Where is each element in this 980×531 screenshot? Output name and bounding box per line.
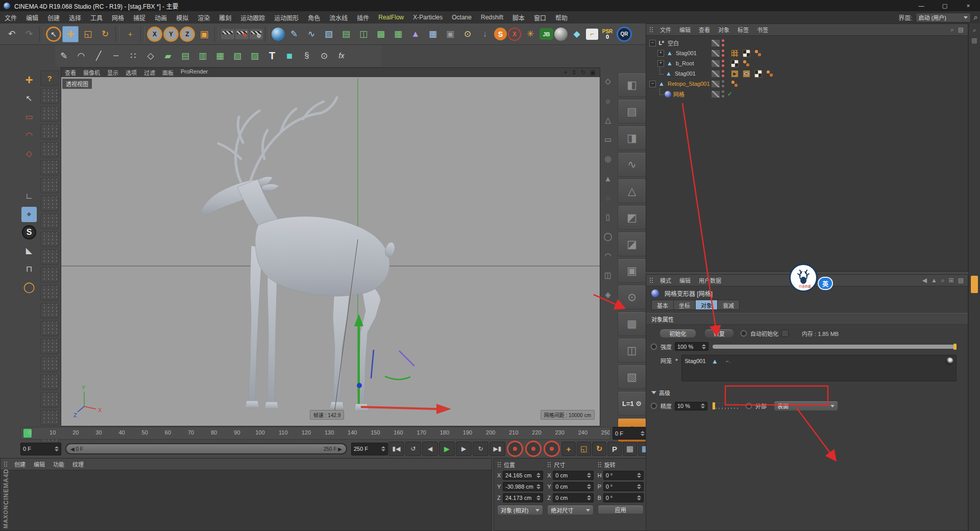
- selection-cursor-button[interactable]: ↖: [21, 90, 37, 106]
- coords-field-尺寸-Z[interactable]: 0 cm: [553, 493, 593, 502]
- coords-field-位置-X[interactable]: 24.165 cm: [503, 471, 543, 480]
- wire-cube-icon[interactable]: ◇: [601, 71, 615, 91]
- stepper-icon[interactable]: [534, 484, 541, 489]
- stepper-icon[interactable]: [635, 495, 641, 500]
- menu-编辑[interactable]: 编辑: [21, 13, 43, 22]
- collapse-icon[interactable]: −: [649, 81, 656, 87]
- array-generator-button[interactable]: ▤: [338, 26, 354, 42]
- object-row[interactable]: +▲b_Root: [646, 58, 968, 68]
- wire-figure-icon[interactable]: ◫: [601, 266, 615, 285]
- viewport-menu-ProRender[interactable]: ProRender: [181, 68, 208, 77]
- am-list-icon[interactable]: ▤: [958, 277, 964, 284]
- mode-pattern-tile[interactable]: [40, 303, 59, 318]
- object-row[interactable]: −▲Retopo_Stag001: [646, 79, 968, 89]
- record-scale-button[interactable]: ◱: [577, 442, 591, 456]
- am-search-icon[interactable]: ⌕: [941, 277, 945, 284]
- stag-model[interactable]: [201, 98, 396, 411]
- menu-RealFlow[interactable]: RealFlow: [374, 14, 408, 21]
- boole-generator-button[interactable]: ▩: [373, 26, 389, 42]
- material-menu-编辑[interactable]: 编辑: [34, 460, 45, 468]
- pattern-tag-icon[interactable]: [731, 50, 739, 57]
- expand-icon[interactable]: +: [657, 50, 664, 57]
- lock-z-axis-button[interactable]: Z: [180, 27, 195, 42]
- stepper-icon[interactable]: [700, 344, 706, 349]
- stepper-icon[interactable]: [635, 473, 641, 478]
- visibility-toggle-icon[interactable]: [711, 70, 720, 78]
- previous-frame-button[interactable]: ◀: [422, 442, 438, 456]
- coordinate-system-button[interactable]: ▣: [196, 26, 212, 42]
- tab-对象[interactable]: 对象: [696, 300, 718, 310]
- play-backwards-button[interactable]: ↺: [405, 442, 421, 456]
- wire-capsule-icon[interactable]: ◯: [601, 227, 615, 246]
- record-keyframe-button[interactable]: [507, 441, 523, 457]
- strength-slider[interactable]: [713, 345, 957, 349]
- keyframe-selection-record-button[interactable]: [544, 441, 560, 457]
- restore-button[interactable]: 恢复: [704, 329, 734, 338]
- mode-pattern-tile[interactable]: [40, 321, 59, 336]
- rectangle-selection-button[interactable]: ▭: [21, 109, 37, 124]
- menu-雕刻[interactable]: 雕刻: [214, 13, 236, 22]
- maximize-view-icon[interactable]: ▣: [590, 69, 596, 76]
- attribute-menu-用户数据[interactable]: 用户数据: [699, 276, 721, 284]
- paint-tool-button[interactable]: ◣: [21, 243, 37, 258]
- menu-模拟[interactable]: 模拟: [172, 13, 193, 22]
- om-search-icon[interactable]: ⌕: [950, 26, 954, 33]
- drag-handle-icon[interactable]: [598, 462, 602, 468]
- knife-button[interactable]: ╱: [90, 47, 107, 64]
- keyframe-grid-button[interactable]: ▦: [623, 442, 637, 456]
- layer-dots-icon[interactable]: [722, 80, 725, 87]
- octane-button[interactable]: ●: [554, 28, 568, 41]
- wire-disc-icon[interactable]: ◌: [601, 188, 615, 207]
- volume-cube-button[interactable]: ■: [281, 47, 298, 64]
- collapse-icon[interactable]: −: [649, 40, 656, 46]
- move-button[interactable]: +: [62, 26, 79, 42]
- array-group-icon[interactable]: ▤: [618, 99, 646, 124]
- chevron-right-icon[interactable]: ▸: [676, 357, 678, 362]
- text-tool-button[interactable]: T: [264, 47, 280, 64]
- mode-pattern-tile[interactable]: [40, 285, 59, 300]
- menu-Octane[interactable]: Octane: [447, 14, 476, 21]
- menu-渲染[interactable]: 渲染: [193, 13, 214, 22]
- material-menu-功能[interactable]: 功能: [53, 460, 64, 468]
- minimize-button[interactable]: —: [910, 0, 933, 11]
- mode-pattern-tile[interactable]: [40, 178, 59, 193]
- camera-group-icon[interactable]: ▣: [618, 258, 646, 283]
- coords-field-位置-Y[interactable]: -30.988 cm: [503, 482, 543, 491]
- slider-handle[interactable]: [953, 344, 957, 350]
- tab-坐标[interactable]: 坐标: [674, 300, 696, 310]
- record-parameter-button[interactable]: P: [607, 442, 622, 456]
- frame-range-slider[interactable]: ◀ 0 F250 F ▶: [65, 443, 347, 454]
- viewport-canvas[interactable]: Y Z X: [61, 77, 600, 426]
- lock-y-axis-button[interactable]: Y: [163, 27, 179, 42]
- points-mode-button[interactable]: ∷: [125, 47, 141, 64]
- visibility-toggle-icon[interactable]: [711, 39, 720, 47]
- render-settings-button[interactable]: [250, 29, 263, 39]
- coords-field-旋转-H[interactable]: 0 °: [603, 471, 644, 480]
- perspective-viewport[interactable]: 查看摄像机显示选项过滤面板ProRender +⇕↻▣ 透视视图: [61, 67, 600, 426]
- accuracy-radio[interactable]: [650, 402, 657, 409]
- end-frame-spinner[interactable]: 250 F: [351, 443, 388, 455]
- attribute-menu-编辑[interactable]: 编辑: [679, 276, 691, 284]
- symmetry-generator-button[interactable]: ◫: [355, 26, 372, 42]
- layer-dots-icon[interactable]: [722, 60, 725, 67]
- menu-运动跟踪[interactable]: 运动跟踪: [236, 13, 270, 22]
- render-group-icon[interactable]: ▧: [618, 365, 646, 389]
- mode-pattern-tile[interactable]: [40, 107, 59, 122]
- object-menu-编辑[interactable]: 编辑: [679, 26, 691, 34]
- pen-spline-button[interactable]: ✎: [286, 26, 302, 42]
- menu-选择[interactable]: 选择: [64, 13, 86, 22]
- menu-文件[interactable]: 文件: [0, 13, 21, 22]
- viewport-menu-面板[interactable]: 面板: [162, 68, 174, 77]
- matrix-extrude-button[interactable]: ▧: [229, 47, 246, 64]
- cage-item[interactable]: Stag001 ▲ ⌐.: [685, 357, 953, 365]
- lamp-tool-button[interactable]: ⊙: [316, 47, 332, 64]
- expand-icon[interactable]: +: [657, 60, 664, 67]
- lasso-selection-button[interactable]: ◠: [21, 127, 37, 142]
- object-menu-文件[interactable]: 文件: [660, 26, 671, 34]
- object-row[interactable]: 网格✓: [646, 89, 968, 99]
- mode-pattern-tile[interactable]: [40, 196, 59, 211]
- rotate-view-icon[interactable]: ↻: [581, 69, 586, 76]
- dots-tag-icon[interactable]: [754, 50, 762, 57]
- play-loop-button[interactable]: ↻: [473, 442, 488, 456]
- wire-torus-icon[interactable]: ◎: [601, 149, 615, 168]
